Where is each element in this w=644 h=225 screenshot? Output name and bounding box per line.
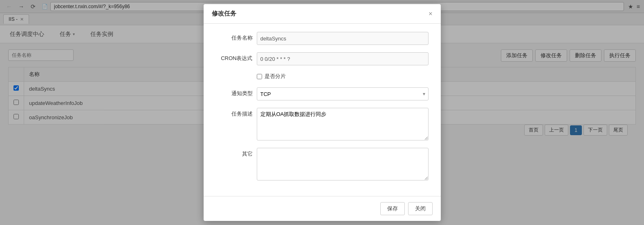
form-row-description: 任务描述 定期从OA抓取数据进行同步: [216, 108, 429, 140]
slice-checkbox[interactable]: [257, 74, 262, 79]
cron-input[interactable]: [257, 52, 429, 65]
form-row-task-name: 任务名称: [216, 32, 429, 45]
notify-label: 通知类型: [216, 87, 253, 97]
modal-overlay[interactable]: 修改任务 × 任务名称 CRON表达式 是否分片: [0, 0, 644, 148]
cron-label: CRON表达式: [216, 52, 253, 62]
slice-checkbox-item: 是否分片: [257, 73, 286, 80]
description-label: 任务描述: [216, 108, 253, 118]
notify-select[interactable]: TCP HTTP EMAIL: [257, 87, 429, 100]
task-name-label: 任务名称: [216, 32, 253, 42]
form-row-cron: CRON表达式: [216, 52, 429, 65]
slice-label: 是否分片: [265, 73, 286, 80]
notify-select-wrapper: TCP HTTP EMAIL ▾: [257, 87, 429, 100]
modal-header: 修改任务 ×: [204, 4, 441, 24]
modal-title: 修改任务: [212, 10, 236, 18]
task-name-input[interactable]: [257, 32, 429, 45]
modal-body: 任务名称 CRON表达式 是否分片 通知类型: [204, 24, 441, 148]
form-row-slice: 是否分片: [216, 73, 429, 80]
modal-dialog: 修改任务 × 任务名称 CRON表达式 是否分片: [204, 4, 441, 148]
form-row-notify: 通知类型 TCP HTTP EMAIL ▾: [216, 87, 429, 100]
modal-close-button[interactable]: ×: [429, 11, 432, 17]
description-textarea[interactable]: 定期从OA抓取数据进行同步: [257, 108, 429, 140]
